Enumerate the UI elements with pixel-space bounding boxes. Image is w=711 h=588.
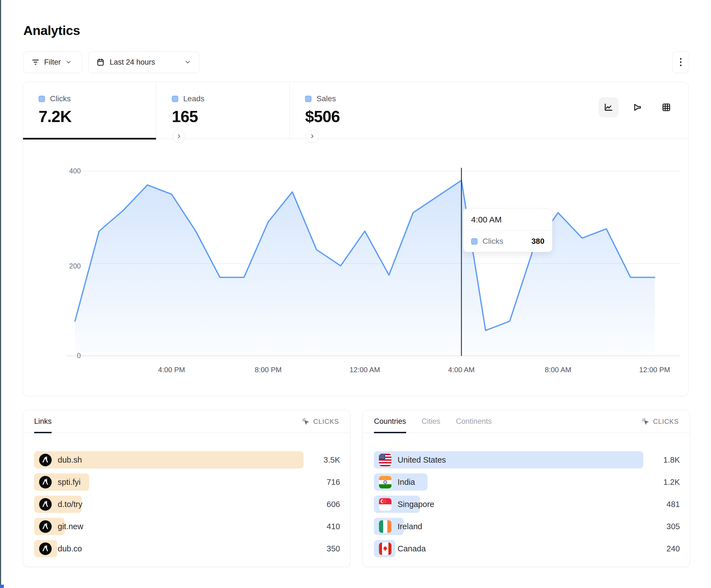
sg-flag-icon bbox=[379, 498, 391, 511]
filter-button-label: Filter bbox=[44, 58, 61, 67]
ie-flag-icon bbox=[379, 520, 391, 533]
leads-value: 165 bbox=[172, 107, 289, 126]
table-view-button[interactable] bbox=[656, 98, 676, 117]
active-tab-underline bbox=[23, 138, 156, 139]
metric-tabs: Clicks 7.2K Leads 165 Sales $506 bbox=[23, 82, 688, 139]
ca-flag-icon bbox=[379, 543, 391, 555]
list-item[interactable]: Ireland305 bbox=[374, 518, 680, 535]
row-label: United States bbox=[397, 455, 446, 465]
filter-bars-icon bbox=[31, 58, 40, 66]
links-metric-selector[interactable]: CLICKS bbox=[302, 417, 339, 426]
clicks-value: 7.2K bbox=[39, 107, 156, 126]
area-fill bbox=[75, 180, 655, 356]
countries-metric-label: CLICKS bbox=[653, 418, 679, 426]
calendar-icon bbox=[96, 58, 105, 66]
analytics-page: Analytics Filter Last 24 hours bbox=[0, 0, 711, 588]
row-value: 305 bbox=[667, 522, 680, 531]
expand-leads-button[interactable] bbox=[306, 130, 319, 142]
metric-label: Leads bbox=[183, 94, 204, 103]
expand-clicks-button[interactable] bbox=[173, 130, 186, 142]
clicks-legend-swatch bbox=[39, 96, 45, 102]
tab-cities[interactable]: Cities bbox=[422, 410, 440, 433]
chevron-down-icon bbox=[65, 59, 72, 65]
row-value: 410 bbox=[327, 522, 340, 531]
tooltip-series-label: Clicks bbox=[482, 237, 503, 246]
date-range-button[interactable]: Last 24 hours bbox=[88, 51, 199, 73]
links-metric-label: CLICKS bbox=[313, 418, 339, 426]
y-axis-tick: 400 bbox=[56, 167, 81, 175]
row-label: Ireland bbox=[397, 522, 422, 531]
x-axis-tick: 8:00 PM bbox=[255, 366, 282, 374]
chart-view-switcher bbox=[599, 98, 676, 117]
clicks-legend-swatch bbox=[471, 238, 477, 245]
tooltip-value: 380 bbox=[531, 237, 544, 246]
list-item[interactable]: dub.co350 bbox=[34, 540, 340, 557]
tab-continents[interactable]: Continents bbox=[456, 410, 492, 433]
row-label: spti.fyi bbox=[58, 478, 81, 487]
clicks-area-chart[interactable] bbox=[66, 164, 680, 358]
row-label: India bbox=[397, 478, 415, 487]
tab-links[interactable]: Links bbox=[34, 410, 52, 433]
x-axis-tick: 4:00 PM bbox=[158, 366, 185, 374]
tab-countries[interactable]: Countries bbox=[374, 410, 406, 433]
row-value: 350 bbox=[327, 544, 340, 553]
list-item[interactable]: d.to/try606 bbox=[34, 496, 340, 513]
filter-button[interactable]: Filter bbox=[23, 51, 82, 73]
kebab-menu-icon bbox=[677, 58, 684, 67]
leads-legend-swatch bbox=[172, 96, 178, 102]
funnel-view-button[interactable] bbox=[628, 98, 647, 117]
metric-label: Clicks bbox=[50, 94, 71, 103]
page-title: Analytics bbox=[23, 23, 80, 38]
list-item[interactable]: Canada240 bbox=[374, 540, 680, 557]
list-item[interactable]: Singapore481 bbox=[374, 496, 680, 513]
dub-logo-icon bbox=[39, 498, 52, 511]
dub-logo-icon bbox=[39, 454, 52, 466]
funnel-icon bbox=[633, 103, 642, 112]
line-chart-view-button[interactable] bbox=[599, 98, 618, 117]
x-axis-tick: 4:00 AM bbox=[448, 366, 474, 374]
cursor-click-icon bbox=[302, 417, 310, 426]
y-axis-tick: 200 bbox=[56, 262, 81, 270]
dub-logo-icon bbox=[39, 476, 52, 489]
x-axis-tick: 12:00 AM bbox=[349, 366, 380, 374]
row-value: 716 bbox=[327, 478, 340, 487]
row-value: 606 bbox=[327, 500, 340, 509]
links-panel: Links CLICKS dub.sh3.5Kspti.fyi716d.to/t… bbox=[23, 410, 350, 567]
row-label: Canada bbox=[397, 544, 426, 553]
row-value: 1.8K bbox=[663, 455, 680, 465]
list-item[interactable]: India1.2K bbox=[374, 473, 680, 491]
row-value: 240 bbox=[667, 544, 680, 553]
countries-metric-selector[interactable]: CLICKS bbox=[641, 417, 679, 426]
y-axis-tick: 0 bbox=[56, 352, 81, 360]
list-item[interactable]: git.new410 bbox=[34, 518, 340, 535]
sales-value: $506 bbox=[305, 107, 423, 126]
window-corner-artifact bbox=[0, 585, 4, 588]
table-grid-icon bbox=[662, 103, 671, 112]
chart-tooltip: 4:00 AM Clicks 380 bbox=[463, 208, 553, 252]
more-options-button[interactable] bbox=[672, 51, 689, 73]
countries-panel: Countries Cities Continents CLICKS Unite… bbox=[363, 410, 690, 567]
row-label: dub.sh bbox=[58, 455, 82, 465]
list-item[interactable]: dub.sh3.5K bbox=[34, 451, 340, 469]
metric-label: Sales bbox=[317, 94, 336, 103]
list-item[interactable]: United States1.8K bbox=[374, 451, 680, 469]
dub-logo-icon bbox=[39, 543, 52, 555]
tooltip-time: 4:00 AM bbox=[464, 209, 552, 231]
row-value: 1.2K bbox=[663, 478, 680, 487]
x-axis-tick: 8:00 AM bbox=[545, 366, 571, 374]
chevron-down-icon bbox=[184, 59, 191, 66]
row-label: d.to/try bbox=[58, 500, 83, 509]
x-axis-tick: 12:00 PM bbox=[639, 366, 670, 374]
list-item[interactable]: spti.fyi716 bbox=[34, 473, 340, 491]
row-value: 481 bbox=[667, 500, 680, 509]
line-chart-icon bbox=[604, 103, 613, 112]
in-flag-icon bbox=[379, 476, 391, 489]
us-flag-icon bbox=[379, 454, 391, 466]
row-label: dub.co bbox=[58, 544, 82, 553]
chevron-right-icon bbox=[309, 133, 316, 139]
chevron-right-icon bbox=[176, 133, 182, 139]
row-value: 3.5K bbox=[323, 455, 340, 465]
dub-logo-icon bbox=[39, 520, 52, 533]
tab-clicks[interactable]: Clicks 7.2K bbox=[23, 82, 156, 139]
row-label: git.new bbox=[58, 522, 83, 531]
